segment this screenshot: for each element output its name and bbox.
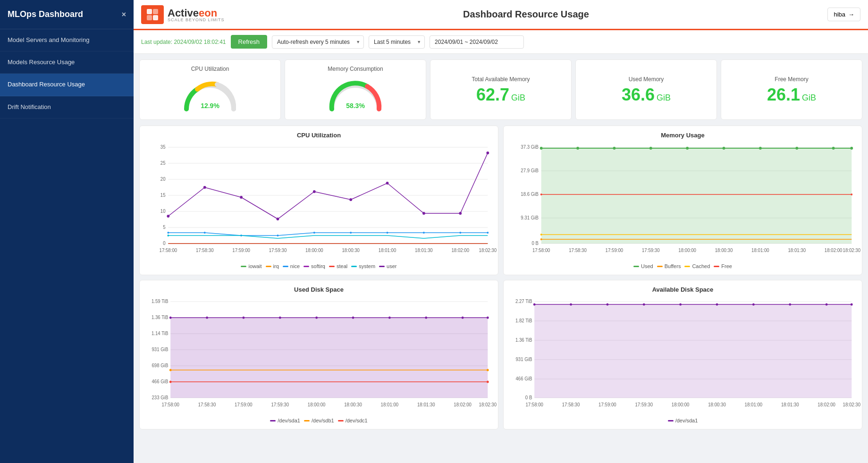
avail-disk-area: 2.27 TiB 1.82 TiB 1.36 TiB 931 GiB 466 G… xyxy=(509,297,856,415)
free-memory-unit: GiB xyxy=(802,93,816,103)
svg-point-72 xyxy=(540,147,543,150)
date-range-input[interactable] xyxy=(430,35,524,49)
svg-point-113 xyxy=(243,317,245,319)
svg-text:17:59:30: 17:59:30 xyxy=(635,402,653,407)
svg-text:0: 0 xyxy=(163,241,166,246)
svg-point-124 xyxy=(487,381,489,383)
svg-rect-0 xyxy=(147,9,152,14)
toolbar: Last update: 2024/09/02 18:02:41 Refresh… xyxy=(134,30,868,54)
sidebar-item-models-resource[interactable]: Models Resource Usage xyxy=(0,51,134,74)
username-label: hiba xyxy=(834,11,845,18)
svg-point-30 xyxy=(167,215,169,218)
cpu-legend: iowait irq nice softirq steal system use… xyxy=(145,263,492,269)
legend-avail-purple: /dev/sda1 xyxy=(668,418,698,423)
svg-point-152 xyxy=(679,303,682,306)
svg-rect-2 xyxy=(147,15,152,20)
svg-text:18:01:00: 18:01:00 xyxy=(379,248,396,253)
svg-text:17:59:00: 17:59:00 xyxy=(232,248,250,253)
svg-point-157 xyxy=(851,303,853,306)
user-menu-button[interactable]: hiba → xyxy=(827,8,860,21)
svg-text:0 B: 0 B xyxy=(531,241,539,246)
svg-point-83 xyxy=(851,194,852,195)
svg-text:18:00:30: 18:00:30 xyxy=(342,248,360,253)
svg-point-111 xyxy=(169,317,172,319)
svg-text:17:58:30: 17:58:30 xyxy=(562,402,580,407)
svg-text:17:58:00: 17:58:00 xyxy=(532,248,550,253)
svg-marker-147 xyxy=(534,304,851,398)
free-memory-label: Free Memory xyxy=(775,76,808,83)
legend-nice: nice xyxy=(283,263,300,269)
auto-refresh-dropdown[interactable]: Auto-refresh every 5 minutes xyxy=(272,35,364,49)
svg-text:18.6 GiB: 18.6 GiB xyxy=(521,192,539,197)
legend-steal: steal xyxy=(329,263,347,269)
legend-iowait: iowait xyxy=(241,263,261,269)
svg-point-35 xyxy=(349,198,352,201)
svg-text:17:59:30: 17:59:30 xyxy=(269,248,287,253)
svg-point-33 xyxy=(277,218,279,220)
svg-text:1.82 TiB: 1.82 TiB xyxy=(515,318,532,323)
svg-point-49 xyxy=(487,232,489,234)
svg-text:698 GiB: 698 GiB xyxy=(152,363,168,368)
svg-rect-3 xyxy=(153,15,158,20)
svg-point-120 xyxy=(487,317,489,319)
svg-point-149 xyxy=(570,303,572,306)
memory-chart-card: Memory Usage 37.3 GiB 27.9 GiB 18.6 GiB … xyxy=(503,126,862,275)
free-memory-value: 26.1 xyxy=(767,86,800,103)
sidebar-item-model-servers[interactable]: Model Servers and Monitoring xyxy=(0,29,134,51)
memory-legend: Used Buffers Cached Free xyxy=(509,263,856,269)
svg-text:18:01:30: 18:01:30 xyxy=(417,402,435,407)
legend-disk-red: /dev/sdc1 xyxy=(338,418,368,423)
svg-text:37.3 GiB: 37.3 GiB xyxy=(521,144,539,150)
used-memory-unit: GiB xyxy=(657,93,671,103)
svg-text:18:01:30: 18:01:30 xyxy=(415,248,433,253)
sidebar-item-dashboard-resource[interactable]: Dashboard Resource Usage xyxy=(0,74,134,96)
svg-text:18:02:00: 18:02:00 xyxy=(454,402,472,407)
svg-point-115 xyxy=(315,317,318,319)
sidebar-item-drift-notification[interactable]: Drift Notification xyxy=(0,96,134,118)
used-disk-area: 1.59 TiB 1.36 TiB 1.14 TiB 931 GiB 698 G… xyxy=(145,297,492,415)
svg-marker-71 xyxy=(541,148,852,244)
logo-icon xyxy=(141,5,164,24)
svg-text:18:02:30: 18:02:30 xyxy=(479,248,497,253)
legend-irq: irq xyxy=(266,263,279,269)
cpu-utilization-card: CPU Utilization 12.9% xyxy=(139,59,281,120)
sidebar-nav: Model Servers and Monitoring Models Reso… xyxy=(0,29,134,463)
stats-row: CPU Utilization 12.9% Memory Consumption xyxy=(139,59,862,120)
svg-point-38 xyxy=(459,212,462,215)
svg-point-117 xyxy=(388,317,391,319)
svg-text:17:59:30: 17:59:30 xyxy=(642,248,660,253)
sidebar: MLOps Dashboard × Model Servers and Moni… xyxy=(0,0,134,463)
svg-point-81 xyxy=(850,147,853,150)
time-range-dropdown[interactable]: Last 5 minutes xyxy=(369,35,425,49)
svg-point-41 xyxy=(204,232,206,234)
sidebar-header: MLOps Dashboard × xyxy=(0,0,134,29)
svg-point-37 xyxy=(422,212,425,215)
cpu-chart-svg: 0 5 10 15 20 25 35 17:58:00 17:58:30 17:… xyxy=(145,143,492,256)
svg-point-32 xyxy=(240,196,243,199)
svg-point-48 xyxy=(459,232,461,234)
svg-point-46 xyxy=(387,232,388,234)
refresh-button[interactable]: Refresh xyxy=(231,35,268,49)
svg-point-43 xyxy=(277,235,279,236)
legend-mem-used: Used xyxy=(633,263,653,269)
memory-chart-title: Memory Usage xyxy=(509,132,856,139)
svg-point-80 xyxy=(832,147,835,150)
svg-text:18:00:30: 18:00:30 xyxy=(344,402,362,407)
svg-text:18:01:00: 18:01:00 xyxy=(745,402,763,407)
cpu-system-line xyxy=(168,233,488,236)
total-memory-card: Total Available Memory 62.7 GiB xyxy=(430,59,572,120)
svg-text:58.3%: 58.3% xyxy=(346,102,365,109)
svg-text:18:00:00: 18:00:00 xyxy=(305,248,323,253)
total-memory-value: 62.7 xyxy=(476,86,509,103)
sidebar-close-icon[interactable]: × xyxy=(122,10,126,19)
svg-text:466 GiB: 466 GiB xyxy=(515,376,532,381)
svg-point-78 xyxy=(759,147,762,150)
svg-text:17:59:00: 17:59:00 xyxy=(606,248,624,253)
svg-text:35: 35 xyxy=(160,144,166,150)
svg-point-122 xyxy=(487,369,489,371)
legend-softirq: softirq xyxy=(303,263,325,269)
avail-disk-title: Available Disk Space xyxy=(509,286,856,293)
svg-text:1.14 TiB: 1.14 TiB xyxy=(152,331,169,336)
svg-point-155 xyxy=(789,303,791,306)
svg-text:18:00:00: 18:00:00 xyxy=(672,402,690,407)
